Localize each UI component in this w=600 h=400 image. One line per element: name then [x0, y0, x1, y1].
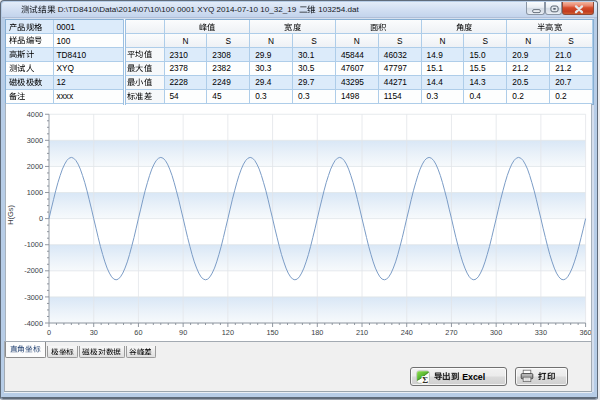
- svg-text:90: 90: [179, 328, 187, 337]
- svg-text:-2000: -2000: [24, 266, 43, 275]
- svg-text:3000: 3000: [27, 136, 43, 145]
- svg-text:60: 60: [134, 328, 142, 337]
- svg-text:0: 0: [47, 328, 51, 337]
- svg-text:-4000: -4000: [24, 319, 43, 328]
- svg-text:-1000: -1000: [24, 240, 43, 249]
- svg-text:Σ: Σ: [422, 375, 428, 384]
- svg-text:180: 180: [311, 328, 323, 337]
- svg-text:0: 0: [39, 214, 43, 223]
- svg-text:1000: 1000: [27, 188, 43, 197]
- svg-text:210: 210: [356, 328, 368, 337]
- svg-text:120: 120: [222, 328, 234, 337]
- svg-text:30: 30: [90, 328, 98, 337]
- svg-text:4000: 4000: [27, 110, 43, 119]
- svg-text:300: 300: [490, 328, 502, 337]
- svg-text:2000: 2000: [27, 162, 43, 171]
- svg-text:150: 150: [266, 328, 278, 337]
- svg-text:330: 330: [535, 328, 547, 337]
- svg-text:270: 270: [445, 328, 457, 337]
- svg-text:H(Gs): H(Gs): [6, 205, 15, 225]
- svg-text:-3000: -3000: [24, 293, 43, 302]
- svg-text:360: 360: [580, 328, 592, 337]
- svg-text:240: 240: [401, 328, 413, 337]
